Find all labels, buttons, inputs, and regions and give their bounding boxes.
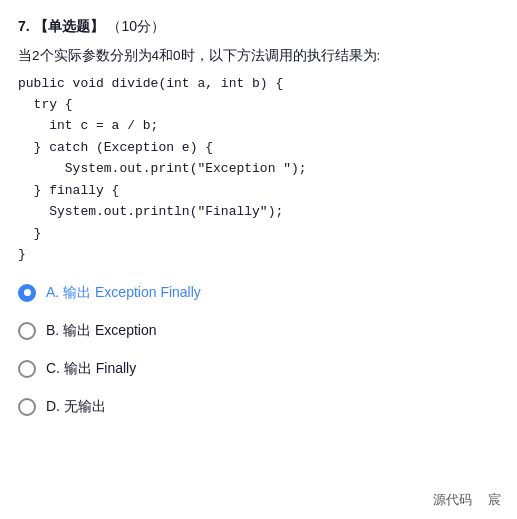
radio-b[interactable]: [18, 322, 36, 340]
radio-a[interactable]: [18, 284, 36, 302]
option-item-d[interactable]: D. 无输出: [18, 398, 499, 416]
source-code-link[interactable]: 源代码: [433, 491, 472, 509]
radio-d[interactable]: [18, 398, 36, 416]
code-line: }: [18, 244, 499, 265]
option-label-c: C. 输出 Finally: [46, 360, 136, 378]
option-label-b: B. 输出 Exception: [46, 322, 157, 340]
question-description: 当2个实际参数分别为4和0时，以下方法调用的执行结果为:: [18, 45, 499, 67]
question-header: 7. 【单选题】 （10分）: [18, 16, 499, 37]
option-label-d: D. 无输出: [46, 398, 106, 416]
option-item-a[interactable]: A. 输出 Exception Finally: [18, 284, 499, 302]
question-type: 【单选题】: [34, 18, 104, 34]
question-container: 7. 【单选题】 （10分） 当2个实际参数分别为4和0时，以下方法调用的执行结…: [0, 0, 517, 448]
code-line: int c = a / b;: [18, 115, 499, 136]
option-item-c[interactable]: C. 输出 Finally: [18, 360, 499, 378]
radio-c[interactable]: [18, 360, 36, 378]
code-line: public void divide(int a, int b) {: [18, 73, 499, 94]
code-line: } catch (Exception e) {: [18, 137, 499, 158]
footer: 源代码 宸: [433, 491, 501, 509]
close-link[interactable]: 宸: [488, 491, 501, 509]
code-line: } finally {: [18, 180, 499, 201]
code-line: System.out.println("Finally");: [18, 201, 499, 222]
code-line: System.out.print("Exception ");: [18, 158, 499, 179]
code-block: public void divide(int a, int b) { try {…: [18, 73, 499, 266]
option-item-b[interactable]: B. 输出 Exception: [18, 322, 499, 340]
code-line: }: [18, 223, 499, 244]
options-list: A. 输出 Exception FinallyB. 输出 ExceptionC.…: [18, 284, 499, 416]
question-number: 7.: [18, 18, 30, 34]
question-score: （10分）: [107, 18, 165, 34]
code-line: try {: [18, 94, 499, 115]
option-label-a: A. 输出 Exception Finally: [46, 284, 201, 302]
